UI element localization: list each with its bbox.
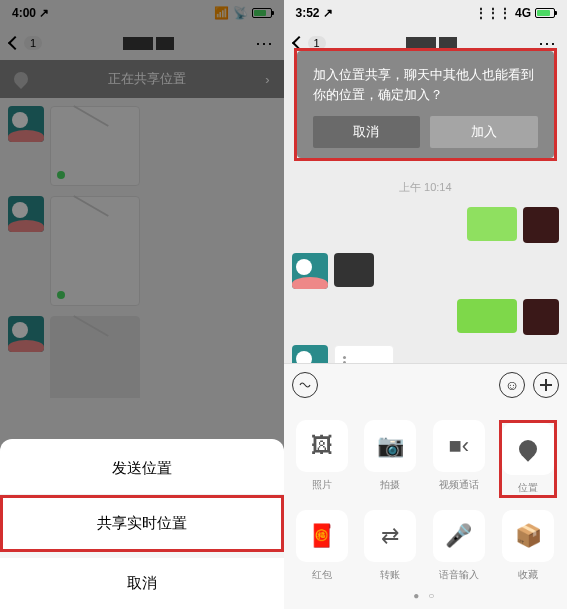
map-thumbnail[interactable] <box>50 196 140 306</box>
panel-video-call[interactable]: ■‹视频通话 <box>431 420 488 498</box>
image-message[interactable] <box>334 253 374 287</box>
panel-photo[interactable]: 🖼照片 <box>294 420 351 498</box>
action-sheet: 发送位置 共享实时位置 取消 <box>0 439 284 609</box>
avatar[interactable] <box>523 299 559 335</box>
camera-icon: 📷 <box>364 420 416 472</box>
redpacket-icon: 🧧 <box>296 510 348 562</box>
voice-icon[interactable] <box>292 372 318 398</box>
chat-title <box>123 37 174 50</box>
page-indicator: ● ○ <box>294 590 558 601</box>
avatar[interactable] <box>292 253 328 289</box>
panel-camera[interactable]: 📷拍摄 <box>362 420 419 498</box>
battery-icon <box>252 8 272 18</box>
location-icon <box>502 423 554 475</box>
status-time: 3:52 ↗ <box>296 6 333 20</box>
video-icon: ■‹ <box>433 420 485 472</box>
input-bar: ☺ <box>284 363 568 406</box>
image-message[interactable] <box>467 207 517 241</box>
status-bar: 3:52 ↗ ⋮⋮⋮ 4G <box>284 0 568 26</box>
phone-left-screenshot: 4:00 ↗ 📶 📡 1 ⋯ 正在共享位置 › ☺ <box>0 0 284 609</box>
network-label: 4G <box>515 6 531 20</box>
phone-right-screenshot: 3:52 ↗ ⋮⋮⋮ 4G 1 ⋯ 加入位置共享，聊天中其他人也能看到你的位置，… <box>284 0 568 609</box>
location-sharing-bar[interactable]: 正在共享位置 › <box>0 60 284 98</box>
join-location-dialog: 加入位置共享，聊天中其他人也能看到你的位置，确定加入？ 取消 加入 <box>297 51 555 158</box>
chevron-left-icon <box>8 36 22 50</box>
emoji-icon[interactable]: ☺ <box>499 372 525 398</box>
photo-icon: 🖼 <box>296 420 348 472</box>
location-pin-icon <box>11 69 31 89</box>
wifi-icon: 📡 <box>233 6 248 20</box>
avatar[interactable] <box>8 316 44 352</box>
unread-badge: 1 <box>24 36 42 50</box>
signal-icon: 📶 <box>214 6 229 20</box>
dialog-cancel-button[interactable]: 取消 <box>313 116 421 148</box>
panel-voice-input[interactable]: 🎤语音输入 <box>431 510 488 582</box>
dialog-join-button[interactable]: 加入 <box>430 116 538 148</box>
more-icon[interactable]: ⋯ <box>255 32 274 54</box>
chevron-right-icon: › <box>265 72 269 87</box>
avatar[interactable] <box>523 207 559 243</box>
chat-area <box>0 98 284 398</box>
battery-icon <box>535 8 555 18</box>
plus-icon[interactable] <box>533 372 559 398</box>
map-thumbnail[interactable] <box>50 106 140 186</box>
status-time: 4:00 ↗ <box>12 6 49 20</box>
avatar[interactable] <box>8 106 44 142</box>
box-icon: 📦 <box>502 510 554 562</box>
avatar[interactable] <box>8 196 44 232</box>
sheet-send-location[interactable]: 发送位置 <box>0 443 284 495</box>
status-bar: 4:00 ↗ 📶 📡 <box>0 0 284 26</box>
sharing-bar-text: 正在共享位置 <box>108 70 186 88</box>
dialog-message: 加入位置共享，聊天中其他人也能看到你的位置，确定加入？ <box>313 65 539 104</box>
panel-favorites[interactable]: 📦收藏 <box>499 510 557 582</box>
back-button[interactable]: 1 <box>10 36 42 50</box>
panel-location[interactable]: 位置 <box>499 420 557 498</box>
nav-bar: 1 ⋯ <box>0 26 284 60</box>
timestamp: 上午 10:14 <box>284 180 568 195</box>
sheet-cancel[interactable]: 取消 <box>0 552 284 609</box>
signal-icon: ⋮⋮⋮ <box>475 6 511 20</box>
input-area: ☺ 🖼照片 📷拍摄 ■‹视频通话 位置 🧧红包 ⇄转账 🎤语音输入 📦收藏 ● … <box>284 363 568 609</box>
sheet-share-realtime-location[interactable]: 共享实时位置 <box>0 495 284 552</box>
image-message[interactable] <box>457 299 517 333</box>
panel-transfer[interactable]: ⇄转账 <box>362 510 419 582</box>
screenshot-thumbnail[interactable] <box>50 316 140 398</box>
mic-icon: 🎤 <box>433 510 485 562</box>
transfer-icon: ⇄ <box>364 510 416 562</box>
panel-redpacket[interactable]: 🧧红包 <box>294 510 351 582</box>
attachment-panel: 🖼照片 📷拍摄 ■‹视频通话 位置 🧧红包 ⇄转账 🎤语音输入 📦收藏 ● ○ <box>284 406 568 609</box>
